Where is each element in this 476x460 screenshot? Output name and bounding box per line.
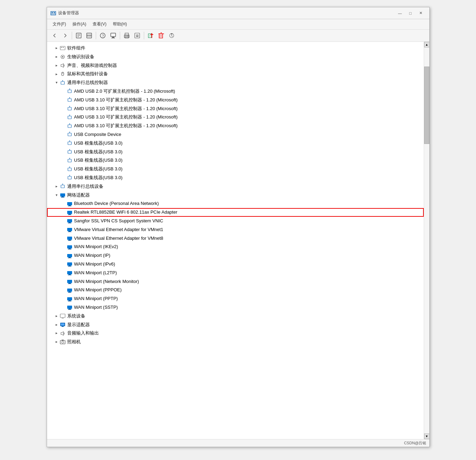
tree-item-wan-ipv6[interactable]: WAN Miniport (IPv6) <box>47 260 424 269</box>
tree-item-wan-pppoe[interactable]: WAN Miniport (PPPOE) <box>47 286 424 294</box>
expand-icon-wan-ipv6[interactable] <box>61 261 67 267</box>
expand-icon-usb-amd1[interactable] <box>61 89 67 94</box>
tree-item-sangfor[interactable]: Sangfor SSL VPN CS Support System VNIC <box>47 217 424 225</box>
tree-item-usb-amd1[interactable]: AMD USB 2.0 可扩展主机控制器 - 1.20 (Microsoft) <box>47 87 424 96</box>
expand-icon-bt[interactable] <box>61 201 67 207</box>
menu-help[interactable]: 帮助(H) <box>110 20 130 28</box>
device-icon-display <box>60 322 66 328</box>
expand-icon-bio[interactable]: ► <box>54 54 60 60</box>
expand-icon-camera[interactable]: ► <box>54 339 60 345</box>
expand-icon-usb-hub1[interactable] <box>61 140 67 146</box>
tree-item-usb-amd4[interactable]: AMD USB 3.10 可扩展主机控制器 - 1.20 (Microsoft) <box>47 113 424 122</box>
tree-item-usb-amd2[interactable]: AMD USB 3.10 可扩展主机控制器 - 1.20 (Microsoft) <box>47 96 424 105</box>
scroll-thumb[interactable] <box>424 67 429 144</box>
tree-item-usb-hub2[interactable]: USB 根集线器(USB 3.0) <box>47 148 424 156</box>
scroll-up[interactable]: ▲ <box>424 42 429 47</box>
tree-item-sound[interactable]: ►声音、视频和游戏控制器 <box>47 61 424 70</box>
maximize-button[interactable]: □ <box>406 9 415 17</box>
tree-item-display[interactable]: ►显示适配器 <box>47 321 424 329</box>
tree-item-wan-l2tp[interactable]: WAN Miniport (L2TP) <box>47 269 424 277</box>
tree-item-wan-pptp[interactable]: WAN Miniport (PPTP) <box>47 294 424 303</box>
list-view-button[interactable] <box>84 31 94 40</box>
add-driver-button[interactable] <box>146 31 156 40</box>
scroll-down[interactable]: ▼ <box>424 434 429 439</box>
expand-icon-usb-hub3[interactable] <box>61 158 67 163</box>
expand-icon-mouse[interactable]: ► <box>54 71 60 77</box>
tree-item-usb-hub5[interactable]: USB 根集线器(USB 3.0) <box>47 174 424 182</box>
menu-action[interactable]: 操作(A) <box>70 20 89 28</box>
tree-item-camera[interactable]: ►照相机 <box>47 338 424 346</box>
expand-icon-network[interactable]: ▼ <box>54 192 60 198</box>
item-label-wan-ikev2: WAN Miniport (IKEv2) <box>74 243 118 251</box>
update-button[interactable] <box>167 31 177 40</box>
expand-icon-usb-hub4[interactable] <box>61 167 67 172</box>
expand-icon-software[interactable]: ► <box>54 45 60 51</box>
expand-icon-vmnet1[interactable] <box>61 227 67 232</box>
tree-item-usb-hub4[interactable]: USB 根集线器(USB 3.0) <box>47 165 424 174</box>
expand-icon-audio[interactable]: ► <box>54 331 60 336</box>
remove-button[interactable] <box>156 31 166 40</box>
expand-icon-usb-amd3[interactable] <box>61 106 67 112</box>
expand-icon-wan-ip[interactable] <box>61 253 67 259</box>
expand-icon-sound[interactable]: ► <box>54 63 60 68</box>
tree-item-usb-hub1[interactable]: USB 根集线器(USB 3.0) <box>47 139 424 148</box>
tree-item-mouse[interactable]: ►鼠标和其他指针设备 <box>47 70 424 78</box>
expand-icon-realtek[interactable] <box>61 210 67 215</box>
svg-rect-80 <box>61 185 64 188</box>
tree-item-audio[interactable]: ►音频输入和输出 <box>47 329 424 338</box>
device-tree[interactable]: ►软件组件►生物识别设备►声音、视频和游戏控制器►鼠标和其他指针设备▼通用串行总… <box>47 42 424 439</box>
help-button[interactable]: ? <box>98 31 108 40</box>
tree-item-wan-sstp[interactable]: WAN Miniport (SSTP) <box>47 303 424 312</box>
console-button[interactable] <box>108 31 118 40</box>
item-label-wan-pppoe: WAN Miniport (PPPOE) <box>74 286 122 294</box>
expand-icon-usb-serial[interactable]: ► <box>54 184 60 189</box>
expand-icon-usb-hub5[interactable] <box>61 175 67 181</box>
minimize-button[interactable]: — <box>395 9 405 17</box>
tree-item-realtek[interactable]: Realtek RTL8852BE WiFi 6 802.11ax PCIe A… <box>47 208 424 217</box>
expand-icon-usb-hub2[interactable] <box>61 149 67 155</box>
tree-item-system[interactable]: ►系统设备 <box>47 312 424 321</box>
tree-item-wan-ip[interactable]: WAN Miniport (IP) <box>47 251 424 260</box>
tree-item-bio[interactable]: ►生物识别设备 <box>47 53 424 61</box>
print-button[interactable] <box>122 31 132 40</box>
tree-item-usb-hub3[interactable]: USB 根集线器(USB 3.0) <box>47 156 424 165</box>
tree-item-bt[interactable]: Bluetooth Device (Personal Area Network) <box>47 199 424 208</box>
svg-rect-1 <box>52 12 53 13</box>
expand-icon-usb-amd4[interactable] <box>61 115 67 120</box>
tree-item-wan-netmon[interactable]: WAN Miniport (Network Monitor) <box>47 277 424 286</box>
tree-item-vmnet1[interactable]: VMware Virtual Ethernet Adapter for VMne… <box>47 225 424 234</box>
expand-icon-wan-sstp[interactable] <box>61 305 67 310</box>
expand-icon-wan-l2tp[interactable] <box>61 270 67 276</box>
forward-button[interactable] <box>60 31 70 40</box>
tree-item-vmnet8[interactable]: VMware Virtual Ethernet Adapter for VMne… <box>47 234 424 243</box>
expand-icon-vmnet8[interactable] <box>61 236 67 241</box>
expand-icon-wan-pppoe[interactable] <box>61 288 67 293</box>
scrollbar[interactable]: ▲ ▼ <box>424 42 429 439</box>
expand-icon-wan-netmon[interactable] <box>61 279 67 284</box>
tree-item-usb-composite[interactable]: USB Composite Device <box>47 130 424 139</box>
scan-button[interactable]: 🖥 <box>132 31 142 40</box>
expand-icon-system[interactable]: ► <box>54 313 60 319</box>
expand-icon-usb-amd2[interactable] <box>61 97 67 103</box>
close-button[interactable]: ✕ <box>416 9 426 17</box>
tree-item-usb-serial[interactable]: ►通用串行总线设备 <box>47 182 424 191</box>
tree-item-usb-amd3[interactable]: AMD USB 3.10 可扩展主机控制器 - 1.20 (Microsoft) <box>47 105 424 113</box>
menu-file[interactable]: 文件(F) <box>50 20 69 28</box>
show-properties-button[interactable] <box>74 31 84 40</box>
expand-icon-display[interactable]: ► <box>54 322 60 328</box>
expand-icon-wan-ikev2[interactable] <box>61 244 67 250</box>
tree-item-wan-ikev2[interactable]: WAN Miniport (IKEv2) <box>47 243 424 251</box>
expand-icon-usb-amd5[interactable] <box>61 123 67 129</box>
expand-icon-usb-controller[interactable]: ▼ <box>54 80 60 86</box>
menu-view[interactable]: 查看(V) <box>90 20 109 28</box>
expand-icon-sangfor[interactable] <box>61 218 67 224</box>
svg-rect-101 <box>67 245 72 248</box>
back-button[interactable] <box>50 31 60 40</box>
tree-item-software[interactable]: ►软件组件 <box>47 44 424 53</box>
tree-item-network[interactable]: ▼网络适配器 <box>47 191 424 200</box>
scroll-track[interactable] <box>424 47 429 434</box>
expand-icon-usb-composite[interactable] <box>61 132 67 137</box>
expand-icon-wan-pptp[interactable] <box>61 296 67 302</box>
tree-item-usb-amd5[interactable]: AMD USB 3.10 可扩展主机控制器 - 1.20 (Microsoft) <box>47 122 424 130</box>
tree-item-usb-controller[interactable]: ▼通用串行总线控制器 <box>47 78 424 87</box>
